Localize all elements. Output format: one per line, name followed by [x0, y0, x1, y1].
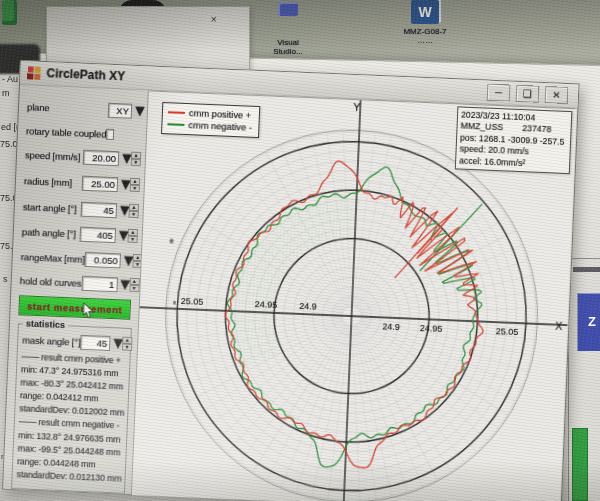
- field-label: rotary table coupled: [26, 125, 107, 139]
- word-icon: W: [411, 0, 439, 24]
- field-value[interactable]: 25.00: [82, 175, 119, 191]
- z-button[interactable]: Z: [577, 293, 600, 351]
- spinner-buttons: ▲▼: [122, 337, 133, 351]
- field-row-mask-angle: mask angle [°]45▼▲▼: [22, 330, 129, 352]
- field-row-path-angle-: path angle [°]405▼▲▼: [21, 222, 138, 245]
- window-strip: [573, 267, 600, 272]
- chevron-down-icon[interactable]: ▼: [132, 103, 144, 118]
- field-control: 0.050▼▲▼: [84, 251, 143, 268]
- spin-down-button[interactable]: ▼: [131, 159, 141, 166]
- maximize-button[interactable]: ❑: [516, 85, 540, 103]
- y-axis-label: Y: [353, 101, 361, 113]
- chevron-down-icon[interactable]: ▼: [110, 336, 122, 351]
- radial-tick-label: 24.9: [382, 321, 400, 332]
- field-value[interactable]: 0.050: [84, 251, 121, 267]
- statistics-label: statistics: [23, 318, 68, 330]
- bg-text-fragment: m: [2, 88, 10, 98]
- app-icon: [27, 66, 41, 80]
- polar-chart-panel: 25.0524.9524.924.924.9525.05XY cmm posit…: [131, 90, 576, 501]
- field-value[interactable]: 405: [79, 226, 116, 242]
- desktop-icon-visual-studio[interactable]: Visual Studio...: [260, 2, 316, 56]
- spinner-buttons: ▲▼: [128, 204, 139, 218]
- field-control: 25.00▼▲▼: [82, 175, 141, 192]
- field-value[interactable]: 45: [80, 334, 111, 350]
- chevron-down-icon[interactable]: ▼: [117, 277, 129, 292]
- rotary-coupled-checkbox[interactable]: [106, 128, 114, 139]
- photographed-screen: Visual Studio... W MMZ-G08-7 …… 座標数(Zhan…: [0, 0, 600, 501]
- visual-studio-icon: [278, 2, 298, 16]
- spinner-buttons: ▲▼: [130, 178, 141, 192]
- field-value[interactable]: 1: [81, 275, 118, 291]
- icon-label: Studio...: [260, 47, 316, 56]
- spin-down-button[interactable]: ▼: [127, 236, 137, 243]
- chevron-down-icon[interactable]: ▼: [118, 177, 130, 192]
- field-label: hold old curves: [20, 275, 82, 289]
- statistics-results: —— result cmm positive +min: 47.3° 24.97…: [16, 350, 141, 486]
- field-label: plane: [27, 101, 108, 115]
- legend-line-sample: [168, 111, 185, 114]
- spinner-buttons: ▲▼: [131, 152, 142, 166]
- field-row-plane: planeXY▼: [27, 97, 144, 120]
- x-axis-label: X: [555, 320, 563, 332]
- legend-label: cmm negative -: [188, 119, 252, 134]
- spin-down-button[interactable]: ▼: [128, 211, 138, 218]
- desktop-icon-green-app[interactable]: [2, 0, 17, 25]
- radial-tick-label: 24.95: [420, 323, 443, 334]
- legend-entry: cmm negative -: [167, 118, 252, 134]
- measurement-info-box: 2023/3/23 11:10:04MMZ_USS 237478pos: 126…: [455, 106, 573, 174]
- spin-down-button[interactable]: ▼: [130, 185, 140, 192]
- field-label: speed [mm/s]: [25, 149, 83, 162]
- field-value[interactable]: 20.00: [83, 149, 120, 165]
- radial-tick-label: 24.95: [255, 299, 278, 310]
- circlepath-xy-window: CirclePath XY ─ ❑ ✕ start measurement st…: [2, 60, 580, 501]
- field-row-rangemax-mm-: rangeMax [mm]0.050▼▲▼: [20, 247, 137, 270]
- spin-down-button[interactable]: ▼: [129, 285, 139, 292]
- close-button[interactable]: ✕: [545, 86, 569, 104]
- field-control: 45▼▲▼: [80, 334, 133, 351]
- field-label: rangeMax [mm]: [21, 251, 85, 265]
- radial-tick-label: 25.05: [181, 296, 204, 307]
- mouse-cursor: [82, 302, 95, 319]
- icon-label: Visual: [260, 38, 316, 47]
- radial-tick-label: 25.05: [496, 326, 519, 337]
- radial-tick-label: 24.9: [299, 301, 317, 312]
- icon-label: MMZ-G08-7: [392, 27, 458, 36]
- start-measurement-button[interactable]: start measurement: [18, 295, 131, 320]
- field-row-rotary-table-coupled: rotary table coupled: [26, 121, 143, 144]
- field-control: 20.00▼▲▼: [83, 149, 142, 166]
- spinner-buttons: ▲▼: [127, 229, 138, 243]
- field-value[interactable]: 45: [81, 201, 118, 217]
- field-control: XY▼: [108, 102, 144, 118]
- legend-line-sample: [167, 123, 184, 126]
- chevron-down-icon[interactable]: ▼: [116, 203, 128, 218]
- bg-text-fragment: s: [3, 274, 8, 284]
- chevron-down-icon[interactable]: ▼: [120, 253, 132, 268]
- field-value[interactable]: XY: [108, 102, 133, 118]
- close-icon[interactable]: ×: [211, 13, 217, 25]
- chart-legend: cmm positive +cmm negative -: [161, 102, 260, 138]
- field-label: path angle [°]: [22, 226, 80, 239]
- field-row-radius-mm-: radius [mm]25.00▼▲▼: [24, 171, 141, 194]
- field-row-hold-old-curves: hold old curves1▼▲▼: [19, 271, 136, 294]
- field-control: 1▼▲▼: [81, 275, 140, 292]
- field-control: 45▼▲▼: [81, 201, 140, 218]
- parameter-panel: start measurement statistics mask angle …: [11, 93, 143, 494]
- statistics-groupbox: statistics mask angle [°]45▼▲▼ —— result…: [11, 323, 132, 494]
- field-row-start-angle-: start angle [°]45▼▲▼: [23, 197, 140, 220]
- spinner-buttons: ▲▼: [129, 278, 140, 292]
- desktop-icon-word-doc[interactable]: W MMZ-G08-7 ……: [392, 0, 458, 45]
- bg-text-fragment: - Au: [2, 74, 18, 84]
- chevron-down-icon[interactable]: ▼: [119, 151, 131, 166]
- minimize-button[interactable]: ─: [487, 84, 511, 102]
- chevron-down-icon[interactable]: ▼: [115, 228, 127, 243]
- green-status-bar: [572, 428, 588, 501]
- spin-button[interactable]: ▼: [122, 344, 132, 351]
- window-title: CirclePath XY: [46, 66, 125, 83]
- field-row-speed-mm-s-: speed [mm/s]20.00▼▲▼: [25, 145, 142, 168]
- icon-label: ……: [392, 36, 458, 45]
- field-label: mask angle [°]: [22, 334, 81, 347]
- field-label: radius [mm]: [24, 175, 82, 188]
- field-label: start angle [°]: [23, 201, 81, 214]
- field-control: 405▼▲▼: [79, 226, 138, 243]
